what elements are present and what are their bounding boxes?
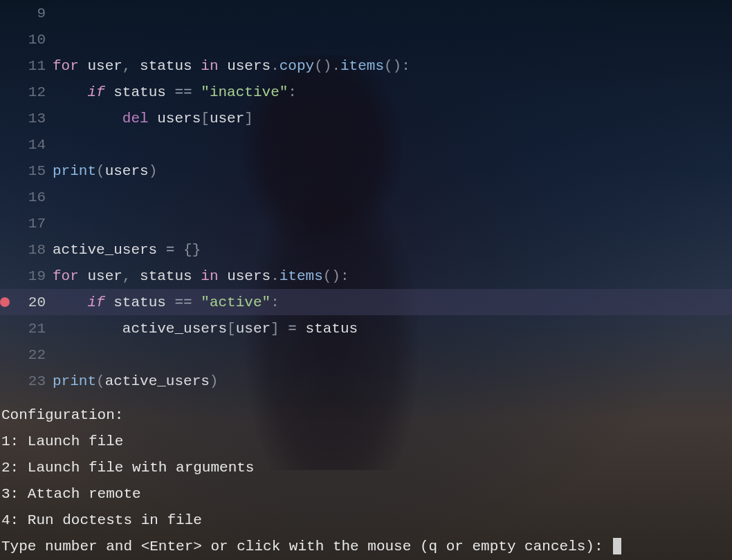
code-line[interactable]: 17	[0, 210, 732, 236]
gutter[interactable]: 11	[0, 58, 53, 74]
gutter[interactable]: 10	[0, 32, 53, 48]
line-number: 22	[28, 347, 46, 363]
line-number: 23	[28, 373, 46, 389]
gutter[interactable]: 21	[0, 321, 53, 337]
gutter[interactable]: 18	[0, 242, 53, 258]
code-line[interactable]: 12 if status == "inactive":	[0, 79, 732, 105]
code-content[interactable]: del users[user]	[53, 111, 253, 127]
code-line[interactable]: 10	[0, 26, 732, 53]
code-content[interactable]: if status == "inactive":	[53, 84, 297, 100]
line-number: 10	[28, 32, 46, 48]
line-number: 15	[28, 163, 46, 179]
code-line[interactable]: 22	[0, 342, 732, 368]
code-line[interactable]: 11for user, status in users.copy().items…	[0, 53, 732, 79]
gutter[interactable]: 23	[0, 373, 53, 389]
code-content[interactable]: for user, status in users.items():	[53, 268, 349, 284]
gutter[interactable]: 20	[0, 295, 53, 310]
code-line[interactable]: 23print(active_users)	[0, 368, 732, 394]
gutter[interactable]: 16	[0, 189, 53, 205]
prompt-option[interactable]: 3: Attach remote	[0, 481, 732, 507]
prompt-input-text: Type number and <Enter> or click with th…	[1, 539, 612, 554]
line-number: 11	[28, 58, 46, 74]
code-line[interactable]: 14	[0, 131, 732, 158]
line-number: 19	[28, 268, 46, 284]
gutter[interactable]: 13	[0, 111, 53, 127]
cursor-icon	[613, 538, 621, 554]
gutter[interactable]: 17	[0, 216, 53, 232]
code-content[interactable]: active_users[user] = status	[53, 321, 358, 337]
code-content[interactable]: print(active_users)	[53, 373, 218, 389]
code-line[interactable]: 20 if status == "active":	[0, 289, 732, 315]
code-editor[interactable]: 91011for user, status in users.copy().it…	[0, 0, 732, 394]
line-number: 16	[28, 189, 46, 205]
line-number: 13	[28, 111, 46, 127]
prompt-input-line[interactable]: Type number and <Enter> or click with th…	[0, 534, 732, 560]
gutter[interactable]: 9	[0, 6, 53, 21]
gutter[interactable]: 12	[0, 84, 53, 100]
breakpoint-icon[interactable]	[0, 297, 10, 307]
gutter[interactable]: 19	[0, 268, 53, 284]
prompt-option[interactable]: 1: Launch file	[0, 429, 732, 455]
line-number: 9	[37, 6, 46, 21]
code-line[interactable]: 18active_users = {}	[0, 236, 732, 263]
gutter[interactable]: 22	[0, 347, 53, 363]
gutter[interactable]: 14	[0, 137, 53, 153]
line-number: 12	[28, 84, 46, 100]
code-line[interactable]: 16	[0, 184, 732, 210]
prompt-option[interactable]: 2: Launch file with arguments	[0, 455, 732, 481]
code-content[interactable]: if status == "active":	[53, 295, 280, 310]
line-number: 14	[28, 137, 46, 153]
code-content[interactable]: for user, status in users.copy().items()…	[53, 58, 410, 74]
code-line[interactable]: 21 active_users[user] = status	[0, 315, 732, 342]
gutter[interactable]: 15	[0, 163, 53, 179]
line-number: 21	[28, 321, 46, 337]
code-content[interactable]: print(users)	[53, 163, 157, 179]
prompt-option[interactable]: 4: Run doctests in file	[0, 507, 732, 534]
command-prompt[interactable]: Configuration:1: Launch file2: Launch fi…	[0, 402, 732, 560]
line-number: 20	[28, 295, 46, 310]
code-line[interactable]: 15print(users)	[0, 158, 732, 184]
prompt-header: Configuration:	[0, 402, 732, 429]
line-number: 17	[28, 216, 46, 232]
code-content[interactable]: active_users = {}	[53, 242, 201, 258]
line-number: 18	[28, 242, 46, 258]
code-line[interactable]: 13 del users[user]	[0, 105, 732, 131]
code-line[interactable]: 19for user, status in users.items():	[0, 263, 732, 289]
code-line[interactable]: 9	[0, 0, 732, 26]
